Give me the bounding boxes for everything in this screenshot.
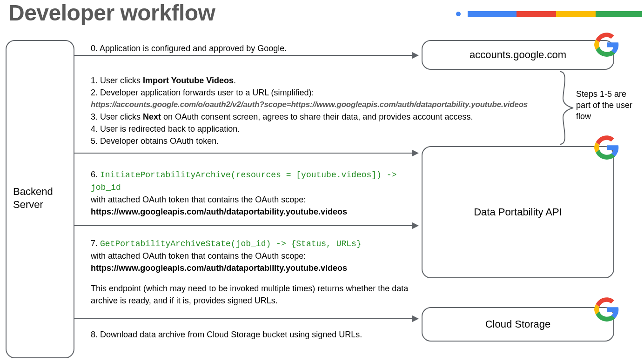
step-7-scope: https://www.googleapis.com/auth/dataport…: [91, 262, 416, 274]
step-7-code-line: 7. GetPortabilityArchiveState(job_id) ->…: [91, 237, 416, 250]
step-2-url: https://accounts.google.com/o/oauth2/v2/…: [91, 99, 556, 111]
step-7-extra: This endpoint (which may need to be invo…: [91, 282, 416, 307]
actor-data-portability-api-label: Data Portability API: [474, 206, 562, 218]
arrow-step-0: [74, 55, 418, 56]
arrow-step-6: [74, 225, 418, 226]
arrow-step-5: [74, 153, 418, 154]
header-decoration-yellow: [556, 11, 596, 17]
actor-cloud-storage: Cloud Storage: [422, 307, 614, 342]
step-8-text: 8. Download data archive from Cloud Stor…: [91, 328, 362, 341]
step-6-scope: https://www.googleapis.com/auth/dataport…: [91, 206, 416, 218]
google-logo-icon: [594, 297, 619, 322]
google-logo-icon: [594, 32, 619, 57]
step-6-block: 6. InitiatePortabilityArchive(resources …: [91, 168, 416, 218]
actor-backend-server-label: BackendServer: [13, 185, 53, 211]
header-decoration-blue: [468, 11, 517, 17]
actor-backend-server: BackendServer: [6, 40, 74, 358]
page-title: Developer workflow: [8, 0, 215, 26]
step-0-text: 0. Application is configured and approve…: [91, 42, 287, 54]
steps-1-5-block: 1. User clicks Import Youtube Videos. 2.…: [91, 74, 556, 147]
header-decoration-red: [517, 11, 556, 17]
step-6-code-line: 6. InitiatePortabilityArchive(resources …: [91, 168, 416, 194]
step-6-text: with attached OAuth token that contains …: [91, 194, 416, 206]
actor-accounts-google-label: accounts.google.com: [470, 49, 566, 61]
step-3: 3. User clicks Next on OAuth consent scr…: [91, 111, 556, 123]
actor-cloud-storage-label: Cloud Storage: [485, 318, 551, 330]
actor-accounts-google: accounts.google.com: [422, 40, 614, 70]
step-2: 2. Developer application forwards user t…: [91, 87, 556, 99]
step-1: 1. User clicks Import Youtube Videos.: [91, 74, 556, 87]
arrow-step-8: [74, 318, 418, 319]
step-7-text: with attached OAuth token that contains …: [91, 250, 416, 262]
brace-note: Steps 1-5 are part of the user flow: [576, 88, 637, 122]
header-decoration-green: [596, 11, 642, 17]
header-decoration-dot: [456, 12, 461, 16]
actor-data-portability-api: Data Portability API: [422, 146, 614, 278]
curly-brace-icon: [557, 71, 574, 145]
google-logo-icon: [594, 135, 619, 160]
step-7-block: 7. GetPortabilityArchiveState(job_id) ->…: [91, 237, 416, 307]
step-5: 5. Developer obtains OAuth token.: [91, 135, 556, 147]
step-4: 4. User is redirected back to applicatio…: [91, 123, 556, 135]
